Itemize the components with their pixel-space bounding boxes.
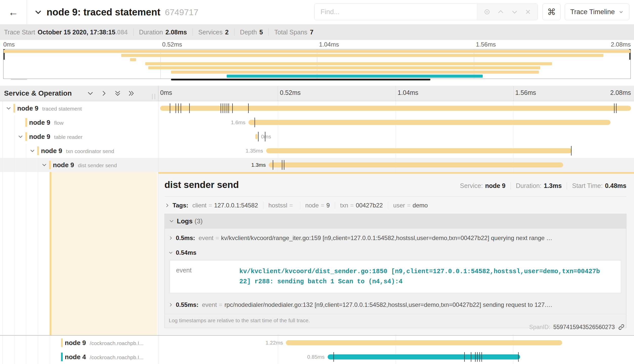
span-row-flow[interactable]: node 9flow1.6ms [0,115,634,130]
span-name-cell[interactable]: node 9traced statement [0,101,158,115]
tick-label: 1.04ms [398,89,418,96]
log-marker-tick [170,103,170,113]
span-duration-bar[interactable] [269,162,563,167]
span-name-cell[interactable]: node 9flow [0,115,158,130]
tag-separator [335,202,335,209]
span-timeline-cell[interactable]: 1.3ms [158,158,634,172]
span-chevron-down-icon[interactable] [17,134,24,140]
log-preview: rpc/nodedialer/nodedialer.go:132 [n9,cli… [224,301,552,308]
log-marker-tick [265,132,265,141]
log-entry-expanded-header[interactable]: 0.54ms [165,242,626,256]
span-duration-bar[interactable] [255,134,258,139]
span-name-cell[interactable]: node 9txn coordinator send [0,144,158,158]
minimap-span-bar [148,66,540,69]
span-name-cell[interactable]: node 9/cockroach.roachpb.I... [0,336,158,350]
focus-match-icon[interactable] [483,8,491,16]
span-timeline-cell[interactable]: 1.22ms [158,336,634,350]
trace-view-selector[interactable]: Trace Timeline [565,4,629,20]
span-duration-label: 1.35ms [246,144,263,158]
span-duration-label: 0.85ms [307,350,325,364]
span-detail-indent-column [0,172,158,335]
span-name[interactable]: node 9flow [29,115,64,130]
log-field-key: event [176,267,239,287]
minimap-scroll-thumb[interactable] [171,79,430,80]
span-name[interactable]: node 9table reader [29,130,82,144]
span-row-traced-statement[interactable]: node 9traced statement [0,101,634,115]
indent-guide [2,130,3,144]
log-marker-tick [333,352,334,362]
tag-key: txn [340,202,348,209]
span-name[interactable]: node 9/cockroach.roachpb.I... [65,336,143,350]
span-name[interactable]: node 9traced statement [17,101,82,115]
operation-name: traced statement [42,106,82,112]
span-name[interactable]: node 9txn coordinator send [41,144,114,158]
clear-find-close-icon[interactable] [524,8,532,15]
span-row-node9-roachpb[interactable]: node 9/cockroach.roachpb.I...1.22ms [0,336,634,350]
span-duration-bar[interactable] [160,106,631,111]
collapse-all-double-chevron-down-icon[interactable] [113,89,122,98]
span-color-bar [61,338,63,347]
span-name-cell[interactable]: node 9table reader [0,130,158,144]
span-name-cell[interactable]: node 9dist sender send [0,158,158,172]
span-name-cell[interactable]: node 4/cockroach.roachpb.I... [0,350,158,364]
log-marker-tick [464,352,465,362]
back-button[interactable]: ← [0,0,27,24]
prev-match-chevron-up-icon[interactable] [497,8,504,16]
span-chevron-down-icon[interactable] [29,148,35,154]
span-name[interactable]: node 4/cockroach.roachpb.I... [65,350,143,364]
collapse-one-chevron-down-icon[interactable] [86,89,95,98]
indent-guide [14,158,14,172]
span-duration-bar[interactable] [328,354,520,359]
span-row-node4-roachpb[interactable]: node 4/cockroach.roachpb.I...0.85ms [0,350,634,364]
span-duration-bar[interactable] [266,148,572,153]
log-marker-tick [616,103,617,113]
span-chevron-down-icon[interactable] [41,162,47,168]
timeline-header: Service & Operation 0ms0.52ms1.04ms1.56m… [0,86,634,101]
minimap-span-bar [4,50,630,53]
log-entry-collapsed[interactable]: 0.5ms: event = kv/kvclient/kvcoord/range… [165,228,626,242]
span-duration-bar[interactable] [248,120,611,125]
column-resizer-grip[interactable] [152,94,155,99]
span-timeline-cell[interactable]: 0ms [158,130,634,144]
span-row-table-reader[interactable]: node 9table reader0ms [0,130,634,144]
logs-header[interactable]: Logs (3) [165,214,626,228]
summary-item: Depth5 [240,29,263,36]
span-row-dist-sender-send[interactable]: node 9dist sender send1.3ms [0,158,634,172]
span-chevron-down-icon[interactable] [6,105,12,111]
timeline-gridline [278,130,278,144]
trace-id: 6749717 [165,7,198,17]
back-arrow-icon: ← [8,7,18,18]
span-name[interactable]: node 9dist sender send [53,158,117,172]
log-chevron-down-icon [168,250,173,255]
span-row-txn-coordinator-send[interactable]: node 9txn coordinator send1.35ms [0,144,634,158]
next-match-chevron-down-icon[interactable] [511,8,518,16]
log-marker-tick [225,103,225,113]
minimap-canvas[interactable] [3,49,631,79]
tags-row[interactable]: Tags: client=127.0.0.1:54582hostssl=node… [164,202,626,209]
log-marker-tick [471,352,471,362]
tags-chevron-right-icon[interactable] [164,203,170,208]
span-timeline-cell[interactable]: 1.6ms [158,115,634,130]
tags-label: Tags: [173,202,188,209]
log-marker-tick [181,103,181,113]
operation-name: /cockroach.roachpb.I... [90,354,143,360]
span-duration-bar[interactable] [286,340,562,345]
span-timeline-cell[interactable]: 1.35ms [158,144,634,158]
span-timeline-cell[interactable]: 0.85ms [158,350,634,364]
deep-link-icon[interactable] [618,324,625,331]
minimap-scrollbar[interactable] [0,79,634,81]
expand-one-chevron-right-icon[interactable] [100,89,108,98]
collapse-header-chevron-down-icon[interactable] [34,8,43,16]
tag-separator [388,202,388,209]
log-field-value: kv/kvclient/kvcoord/dist_sender.go:1850 … [239,267,601,287]
indent-guide [2,336,3,350]
indent-guide [14,336,14,350]
log-entry-collapsed[interactable]: 0.55ms: event = rpc/nodedialer/nodediale… [165,295,626,308]
tag-separator [263,202,263,209]
operation-name: dist sender send [78,162,117,168]
keyboard-shortcuts-button[interactable]: ⌘ [542,4,561,20]
expand-all-double-chevron-right-icon[interactable] [127,89,136,98]
find-input[interactable] [314,4,477,20]
log-preview: kv/kvclient/kvcoord/range_iter.go:159 [n… [221,234,553,242]
span-timeline-cell[interactable] [158,101,634,115]
